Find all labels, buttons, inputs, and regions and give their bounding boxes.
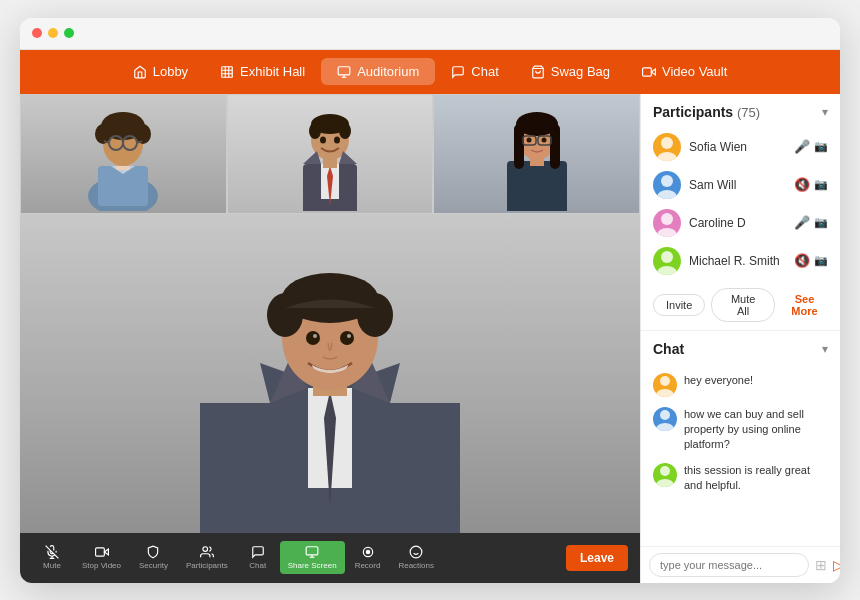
chat-avatar (653, 463, 677, 487)
cam-on-icon: 📷 (814, 254, 828, 267)
chat-button[interactable]: Chat (238, 541, 278, 574)
svg-point-26 (339, 123, 351, 139)
participants-header: Participants (75) ▾ (641, 94, 840, 128)
close-dot[interactable] (32, 28, 42, 38)
participant-icons: 🎤 📷 (794, 215, 828, 230)
browser-bar (20, 18, 840, 50)
leave-button[interactable]: Leave (566, 545, 628, 571)
svg-point-76 (660, 410, 670, 420)
svg-point-49 (340, 331, 354, 345)
chat-message-text: hey everyone! (684, 373, 753, 388)
participant-item: Sam Will 🔇 📷 (641, 166, 840, 204)
left-controls: Mute Stop Video Security Participants (32, 541, 442, 574)
svg-rect-33 (514, 124, 524, 169)
nav-item-exhibit-hall[interactable]: Exhibit Hall (204, 58, 321, 85)
chat-input[interactable] (649, 553, 809, 577)
chat-chevron[interactable]: ▾ (822, 342, 828, 356)
participants-button[interactable]: Participants (178, 541, 236, 574)
svg-point-77 (656, 423, 674, 431)
participant-item: Caroline D 🎤 📷 (641, 204, 840, 242)
svg-point-73 (657, 266, 677, 275)
svg-point-48 (306, 331, 320, 345)
participant-icons: 🔇 📷 (794, 253, 828, 268)
cam-on-icon: 📷 (814, 140, 828, 153)
nav-item-chat[interactable]: Chat (435, 58, 514, 85)
participants-label: Participants (186, 561, 228, 570)
nav-auditorium-label: Auditorium (357, 64, 419, 79)
svg-point-47 (357, 293, 393, 337)
nav-video-vault-label: Video Vault (662, 64, 727, 79)
home-icon (133, 65, 147, 79)
svg-rect-56 (95, 548, 104, 556)
video-area: Mute Stop Video Security Participants (20, 94, 640, 583)
mic-off-icon: 🔇 (794, 177, 810, 192)
person-2-silhouette (285, 96, 375, 211)
sidebar: Participants (75) ▾ Sofia Wien 🎤 📷 (640, 94, 840, 583)
record-button[interactable]: Record (347, 541, 389, 574)
mute-icon (45, 545, 59, 559)
participant-avatar (653, 209, 681, 237)
svg-point-72 (661, 251, 673, 263)
participant-avatar (653, 171, 681, 199)
svg-rect-0 (222, 66, 233, 77)
main-content: Mute Stop Video Security Participants (20, 94, 840, 583)
share-screen-button[interactable]: Share Screen (280, 541, 345, 574)
participant-avatar (653, 133, 681, 161)
participants-section: Participants (75) ▾ Sofia Wien 🎤 📷 (641, 94, 840, 331)
chat-avatar (653, 407, 677, 431)
svg-point-27 (320, 137, 326, 144)
svg-point-38 (526, 138, 531, 143)
browser-window: Lobby Exhibit Hall Auditorium Chat Swag … (20, 18, 840, 583)
monitor-icon (337, 65, 351, 79)
nav-item-swag-bag[interactable]: Swag Bag (515, 58, 626, 85)
participant-item: Michael R. Smith 🔇 📷 (641, 242, 840, 280)
participants-chevron[interactable]: ▾ (822, 105, 828, 119)
bag-icon (531, 65, 545, 79)
nav-swag-label: Swag Bag (551, 64, 610, 79)
attachment-icon[interactable]: ⊞ (815, 557, 827, 573)
cam-off-icon: 📷 (814, 216, 828, 229)
main-speaker-silhouette (140, 243, 520, 533)
stop-video-label: Stop Video (82, 561, 121, 570)
chat-input-area: ⊞ ▷ (641, 546, 840, 583)
reactions-button[interactable]: Reactions (390, 541, 442, 574)
chat-bubble-icon (451, 65, 465, 79)
participant-icons: 🔇 📷 (794, 177, 828, 192)
chat-title: Chat (653, 341, 684, 357)
nav-item-lobby[interactable]: Lobby (117, 58, 204, 85)
security-label: Security (139, 561, 168, 570)
nav-chat-label: Chat (471, 64, 498, 79)
chat-ctrl-label: Chat (249, 561, 266, 570)
minimize-dot[interactable] (48, 28, 58, 38)
record-label: Record (355, 561, 381, 570)
svg-point-78 (660, 466, 670, 476)
chat-ctrl-icon (251, 545, 265, 559)
mute-all-button[interactable]: Mute All (711, 288, 775, 322)
nav-lobby-label: Lobby (153, 64, 188, 79)
video-tile-3 (433, 94, 640, 214)
svg-point-74 (660, 376, 670, 386)
stop-video-button[interactable]: Stop Video (74, 541, 129, 574)
svg-point-51 (347, 334, 351, 338)
participant-item: Sofia Wien 🎤 📷 (641, 128, 840, 166)
nav-item-video-vault[interactable]: Video Vault (626, 58, 743, 85)
svg-rect-1 (338, 66, 350, 74)
maximize-dot[interactable] (64, 28, 74, 38)
chat-messages: hey everyone! how we can buy and sell pr… (641, 365, 840, 546)
reactions-icon (409, 545, 423, 559)
nav-item-auditorium[interactable]: Auditorium (321, 58, 435, 85)
send-icon[interactable]: ▷ (833, 557, 840, 573)
chat-message: hey everyone! (653, 373, 828, 397)
svg-rect-6 (643, 67, 652, 75)
share-screen-icon (305, 545, 319, 559)
invite-button[interactable]: Invite (653, 294, 705, 316)
see-more-button[interactable]: See More (781, 289, 828, 321)
svg-marker-55 (104, 549, 108, 555)
mute-label: Mute (43, 561, 61, 570)
mute-button[interactable]: Mute (32, 541, 72, 574)
chat-section: Chat ▾ hey everyone! (641, 331, 840, 583)
top-video-row (20, 94, 640, 214)
svg-rect-58 (306, 547, 318, 555)
record-icon (361, 545, 375, 559)
security-button[interactable]: Security (131, 541, 176, 574)
